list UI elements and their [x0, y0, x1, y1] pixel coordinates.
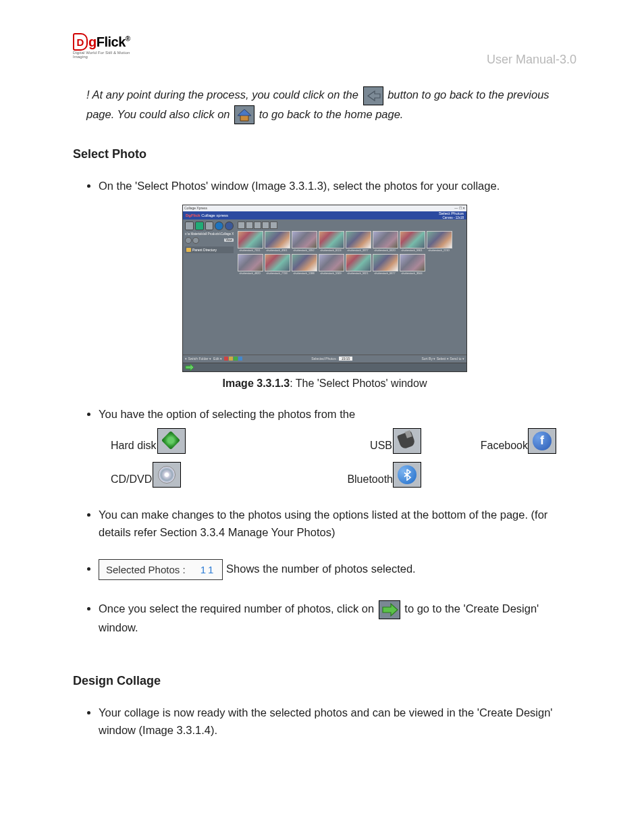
thumbnail: shutterstock_9901	[400, 231, 424, 252]
selected-photos-box: Selected Photos : 11	[99, 559, 223, 580]
ss-window-controls: — ☐ ✕	[454, 206, 465, 210]
tip-text-1: ! At any point during the process, you c…	[86, 88, 362, 101]
ss-tool-icon	[270, 221, 277, 229]
thumbnail: shutterstock_9021	[346, 254, 370, 275]
bullet-proceed: Once you select the required number of p…	[99, 600, 576, 637]
thumbnail: shutterstock_7311	[238, 231, 262, 252]
option-cd-dvd: CD/DVD	[111, 462, 259, 488]
thumbnail-caption: shutterstock_2210	[427, 249, 451, 252]
ss-sendto: Send to	[450, 357, 461, 361]
ss-edit-label: Edit	[213, 357, 219, 361]
thumbnail-caption: shutterstock_7733	[265, 272, 289, 275]
thumbnail-image	[319, 231, 344, 249]
svg-marker-3	[186, 364, 194, 371]
tip-paragraph: ! At any point during the process, you c…	[86, 86, 576, 124]
thumbnail-image	[265, 231, 290, 249]
cd-dvd-icon	[153, 462, 181, 488]
thumbnail: shutterstock_1092	[292, 231, 316, 252]
thumbnail: shutterstock_2210	[427, 231, 451, 252]
ss-selected-label: Selected Photos :	[311, 357, 338, 361]
thumbnail-image	[373, 231, 398, 249]
bullet-changes: You can make changes to the photos using…	[99, 506, 576, 541]
ss-menubar: DgFlick Collage xpress Select Photos Can…	[183, 211, 466, 219]
forward-arrow-icon	[379, 600, 400, 619]
ss-tool-icon	[246, 221, 253, 229]
thumbnail-image	[373, 254, 398, 271]
bullet-select-window: On the 'Select Photos' window (Image 3.3…	[99, 178, 576, 195]
thumbnail-image	[346, 231, 371, 249]
ss-nav-back-icon	[185, 237, 192, 244]
thumbnail-image	[427, 231, 452, 249]
cd-dvd-label: CD/DVD	[111, 471, 152, 488]
hard-disk-icon	[157, 428, 186, 454]
ss-hdd-icon	[185, 221, 194, 230]
bullet-sources: You have the option of selecting the pho…	[99, 406, 576, 488]
ss-view-btn: View	[224, 238, 234, 242]
thumbnail-caption: shutterstock_7311	[238, 249, 262, 252]
facebook-label: Facebook	[481, 438, 528, 454]
back-arrow-icon	[363, 86, 383, 105]
thumbnail: shutterstock_5569	[319, 254, 343, 275]
proceed-text-a: Once you select the required number of p…	[99, 602, 377, 615]
ss-tool-icon	[238, 221, 245, 229]
ss-bt-icon	[215, 221, 223, 230]
option-usb: USB	[259, 428, 421, 454]
logo-text: gFlick®	[88, 34, 130, 50]
thumbnail: shutterstock_4820	[238, 254, 262, 275]
thumbnail-caption: shutterstock_9021	[346, 272, 370, 275]
bullet-selected-count: Selected Photos : 11 Shows the number of…	[99, 559, 576, 580]
thumbnail-image	[238, 254, 263, 271]
usb-label: USB	[370, 438, 392, 454]
caption-text: : The 'Select Photos' window	[290, 377, 427, 389]
facebook-icon: f	[528, 428, 556, 454]
hard-disk-label: Hard disk	[111, 438, 157, 454]
thumbnail-image	[346, 254, 371, 271]
thumbnail: shutterstock_6677	[373, 254, 397, 275]
option-hard-disk: Hard disk	[111, 428, 259, 454]
tip-text-3: to go back to the home page.	[259, 108, 404, 120]
design-collage-heading: Design Collage	[73, 674, 576, 688]
ss-status-bar: ▾ Switch Folder ▾ Edit ▾ Selected Photos…	[183, 355, 466, 363]
ss-subbrand: Collage xpress	[201, 213, 228, 217]
ss-progress-bar	[183, 363, 466, 371]
bluetooth-icon	[393, 462, 421, 488]
thumbnail-caption: shutterstock_3044	[400, 272, 424, 275]
ss-sortby: Sort By	[421, 357, 432, 361]
ss-brand: DgFlick	[186, 213, 200, 217]
ss-path: c:\a Materials\all Products\Collage Xpre…	[185, 232, 234, 236]
thumbnail-image	[400, 231, 425, 249]
ss-main: shutterstock_7311shutterstock_4561shutte…	[236, 219, 466, 355]
bullet-design-ready: Your collage is now ready with the selec…	[99, 704, 576, 739]
ss-usb-icon	[205, 221, 214, 230]
thumbnail-caption: shutterstock_9901	[400, 249, 424, 252]
thumbnail: shutterstock_1188	[292, 254, 316, 275]
thumbnail: shutterstock_3044	[400, 254, 424, 275]
thumbnail-caption: shutterstock_4820	[238, 272, 262, 275]
svg-marker-4	[383, 604, 398, 616]
usb-icon	[393, 428, 421, 454]
ss-selected-val: 15/15	[339, 357, 353, 361]
caption-label: Image 3.3.1.3	[223, 377, 290, 389]
ss-tool-icon	[254, 221, 261, 229]
ss-forward-arrow-icon	[185, 364, 194, 371]
selected-photos-count: 11	[200, 564, 216, 575]
thumbnail-caption: shutterstock_6677	[373, 272, 397, 275]
ss-cd-icon	[195, 221, 204, 230]
ss-tool-icon	[262, 221, 269, 229]
thumbnail-image	[292, 254, 317, 271]
bluetooth-label: Bluetooth	[347, 471, 393, 488]
option-facebook: Facebook f	[421, 428, 556, 454]
thumbnail-caption: shutterstock_3377	[346, 249, 370, 252]
thumbnail-caption: shutterstock_4561	[265, 249, 289, 252]
page-title: User Manual-3.0	[487, 53, 576, 67]
thumbnail: shutterstock_4561	[265, 231, 289, 252]
thumbnail-caption: shutterstock_5569	[319, 272, 343, 275]
select-photo-heading: Select Photo	[73, 147, 576, 161]
ss-nav-fwd-icon	[192, 237, 199, 244]
ss-folder-label: Parent Directory	[192, 248, 217, 252]
thumbnail-image	[319, 254, 344, 271]
ss-parent-folder: Parent Directory	[185, 246, 234, 253]
option-bluetooth: Bluetooth	[259, 462, 421, 488]
thumbnail: shutterstock_8124	[319, 231, 343, 252]
ss-window-title: Collage Xpress	[184, 206, 207, 210]
